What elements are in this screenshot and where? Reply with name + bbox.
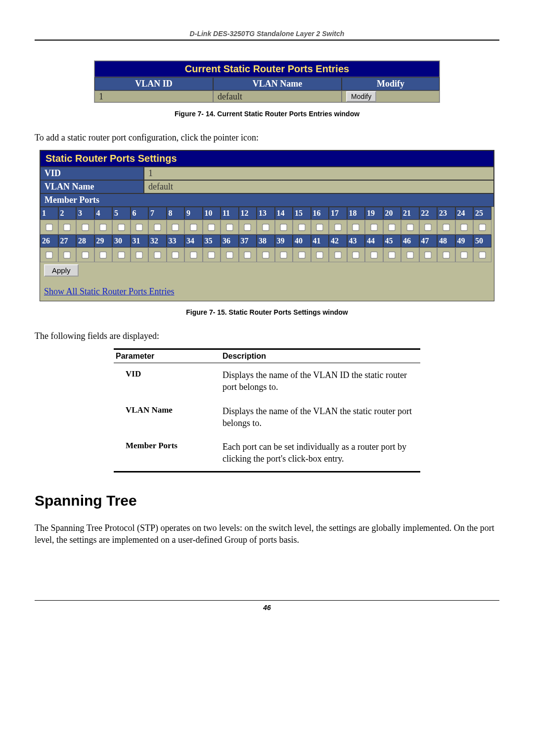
- params-row: Member Ports Each port can be set indivi…: [114, 435, 420, 471]
- port-checkbox-25[interactable]: [479, 224, 486, 231]
- port-checkbox-31[interactable]: [136, 251, 143, 258]
- port-checkbox-46[interactable]: [406, 251, 413, 258]
- port-number-42: 42: [329, 235, 347, 247]
- vid-value: 1: [144, 167, 494, 180]
- port-checkbox-11[interactable]: [226, 224, 233, 231]
- ports-checkbox-row-2: [40, 247, 494, 262]
- port-checkbox-37[interactable]: [244, 251, 251, 258]
- port-checkbox-27[interactable]: [64, 251, 71, 258]
- port-number-21: 21: [401, 207, 419, 220]
- port-checkbox-36[interactable]: [226, 251, 233, 258]
- param-name: VLAN Name: [114, 405, 222, 429]
- port-checkbox-34[interactable]: [190, 251, 197, 258]
- port-checkbox-30[interactable]: [118, 251, 125, 258]
- port-checkbox-2[interactable]: [64, 224, 71, 231]
- port-checkbox-14[interactable]: [280, 224, 287, 231]
- port-number-7: 7: [148, 207, 167, 220]
- port-number-16: 16: [311, 207, 329, 220]
- port-checkbox-cell-6: [131, 220, 149, 235]
- param-name: Member Ports: [114, 441, 222, 465]
- port-checkbox-17[interactable]: [334, 224, 341, 231]
- port-checkbox-44[interactable]: [370, 251, 377, 258]
- memberports-label: Member Ports: [40, 193, 494, 207]
- port-checkbox-40[interactable]: [298, 251, 305, 258]
- port-checkbox-cell-37: [239, 247, 257, 262]
- show-all-entries-link[interactable]: Show All Static Router Ports Entries: [44, 286, 175, 296]
- port-checkbox-50[interactable]: [479, 251, 486, 258]
- port-checkbox-13[interactable]: [262, 224, 269, 231]
- param-desc: Displays the name of the VLAN ID the sta…: [222, 369, 420, 393]
- port-number-48: 48: [437, 235, 455, 247]
- port-checkbox-21[interactable]: [406, 224, 413, 231]
- cell-modify: Modify: [342, 91, 440, 102]
- port-number-47: 47: [419, 235, 438, 247]
- port-number-37: 37: [239, 235, 257, 247]
- port-checkbox-12[interactable]: [244, 224, 251, 231]
- port-checkbox-cell-30: [112, 247, 131, 262]
- param-desc: Displays the name of the VLAN the static…: [222, 405, 420, 429]
- port-number-17: 17: [329, 207, 347, 220]
- port-checkbox-3[interactable]: [82, 224, 89, 231]
- port-checkbox-16[interactable]: [316, 224, 323, 231]
- port-checkbox-15[interactable]: [298, 224, 305, 231]
- params-row: VLAN Name Displays the name of the VLAN …: [114, 399, 420, 435]
- port-checkbox-10[interactable]: [208, 224, 215, 231]
- port-checkbox-18[interactable]: [353, 224, 359, 231]
- port-checkbox-42[interactable]: [334, 251, 341, 258]
- port-checkbox-7[interactable]: [154, 224, 161, 231]
- port-number-31: 31: [131, 235, 149, 247]
- modify-button[interactable]: Modify: [346, 91, 376, 102]
- port-checkbox-32[interactable]: [154, 251, 161, 258]
- vid-label: VID: [40, 167, 144, 180]
- port-checkbox-cell-46: [401, 247, 419, 262]
- ports-header-row-2: 2627282930313233343536373839404142434445…: [40, 235, 494, 247]
- port-number-38: 38: [257, 235, 275, 247]
- params-col-parameter: Parameter: [114, 352, 222, 361]
- port-checkbox-cell-32: [148, 247, 167, 262]
- port-number-36: 36: [221, 235, 239, 247]
- port-checkbox-6[interactable]: [136, 224, 143, 231]
- port-checkbox-1[interactable]: [45, 224, 52, 231]
- port-number-46: 46: [401, 235, 419, 247]
- fig14-title: Current Static Router Ports Entries: [94, 61, 440, 77]
- port-number-20: 20: [383, 207, 401, 220]
- port-checkbox-5[interactable]: [118, 224, 125, 231]
- port-checkbox-cell-22: [419, 220, 438, 235]
- port-number-40: 40: [293, 235, 311, 247]
- port-checkbox-38[interactable]: [262, 251, 269, 258]
- port-checkbox-19[interactable]: [370, 224, 377, 231]
- port-checkbox-33[interactable]: [172, 251, 179, 258]
- port-checkbox-cell-4: [94, 220, 113, 235]
- page-header: D-Link DES-3250TG Standalone Layer 2 Swi…: [35, 30, 499, 41]
- spanning-tree-heading: Spanning Tree: [35, 492, 499, 509]
- port-checkbox-39[interactable]: [280, 251, 287, 258]
- port-checkbox-48[interactable]: [443, 251, 449, 258]
- port-checkbox-23[interactable]: [443, 224, 449, 231]
- port-checkbox-41[interactable]: [316, 251, 323, 258]
- port-checkbox-9[interactable]: [190, 224, 197, 231]
- port-number-44: 44: [365, 235, 383, 247]
- port-checkbox-47[interactable]: [425, 251, 432, 258]
- port-checkbox-cell-20: [383, 220, 401, 235]
- port-checkbox-cell-44: [365, 247, 383, 262]
- port-checkbox-8[interactable]: [172, 224, 179, 231]
- port-checkbox-35[interactable]: [208, 251, 215, 258]
- fig14-panel: Current Static Router Ports Entries VLAN…: [94, 60, 440, 103]
- port-checkbox-28[interactable]: [82, 251, 89, 258]
- port-checkbox-26[interactable]: [45, 251, 52, 258]
- port-checkbox-49[interactable]: [461, 251, 468, 258]
- port-checkbox-cell-19: [365, 220, 383, 235]
- port-checkbox-45[interactable]: [389, 251, 396, 258]
- col-vlanname: VLAN Name: [213, 77, 342, 91]
- port-checkbox-22[interactable]: [425, 224, 432, 231]
- port-checkbox-29[interactable]: [100, 251, 107, 258]
- port-checkbox-43[interactable]: [353, 251, 359, 258]
- port-checkbox-20[interactable]: [389, 224, 396, 231]
- port-checkbox-cell-24: [455, 220, 474, 235]
- apply-button[interactable]: Apply: [44, 264, 79, 277]
- port-checkbox-cell-5: [112, 220, 131, 235]
- port-checkbox-24[interactable]: [461, 224, 468, 231]
- port-checkbox-4[interactable]: [100, 224, 107, 231]
- port-checkbox-cell-10: [203, 220, 221, 235]
- port-checkbox-cell-42: [329, 247, 347, 262]
